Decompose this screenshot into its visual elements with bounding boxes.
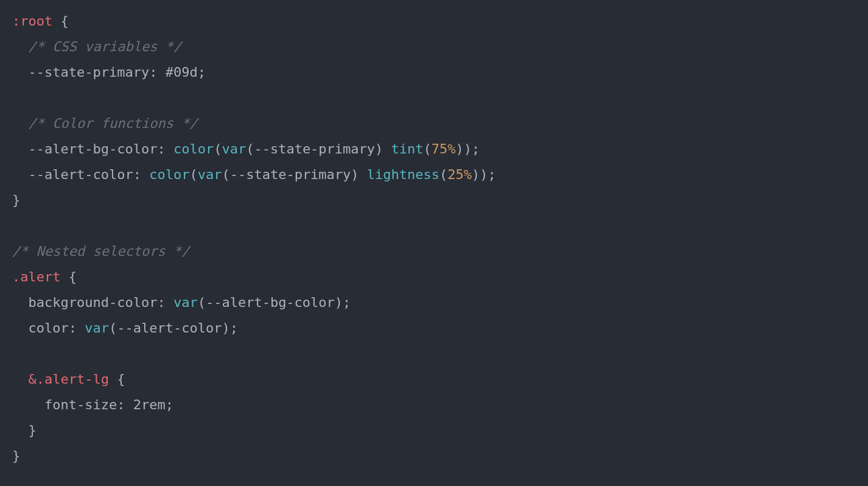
token-space <box>60 269 68 284</box>
token-number: 75% <box>432 141 456 157</box>
token-colon: : <box>157 141 173 157</box>
token-paren-close: ) <box>456 141 464 157</box>
token-variable-name: --alert-color <box>117 320 222 336</box>
token-indent <box>12 397 44 412</box>
token-indent <box>12 167 29 182</box>
token-indent <box>12 423 29 438</box>
token-paren-open: ( <box>109 320 117 336</box>
token-paren-open: ( <box>222 167 229 182</box>
token-selector: :root <box>12 13 52 29</box>
token-indent <box>12 116 29 131</box>
token-selector-dot: . <box>37 372 44 387</box>
token-function: color <box>149 167 189 182</box>
token-indent <box>12 372 29 387</box>
token-paren-close: ) <box>464 141 472 157</box>
token-colon: : <box>149 65 166 80</box>
token-paren-close: ) <box>375 141 383 157</box>
token-property: font-size <box>44 397 117 412</box>
token-brace-close: } <box>12 192 20 208</box>
token-comment: /* Color functions */ <box>29 116 198 131</box>
token-space <box>52 13 60 29</box>
token-function: color <box>173 141 214 157</box>
code-editor[interactable]: :root { /* CSS variables */ --state-prim… <box>0 0 868 481</box>
token-semicolon: ; <box>343 295 351 310</box>
token-comment: /* Nested selectors */ <box>12 244 189 259</box>
token-paren-close: ) <box>472 167 480 182</box>
token-brace-open: { <box>60 13 68 29</box>
token-comment: /* CSS variables */ <box>29 39 182 54</box>
token-function: var <box>85 320 109 336</box>
token-paren-close: ) <box>351 167 359 182</box>
token-property: --alert-color <box>29 167 133 182</box>
token-function: var <box>173 295 198 310</box>
token-paren-open: ( <box>214 141 222 157</box>
token-semicolon: ; <box>230 320 238 336</box>
token-semicolon: ; <box>472 141 480 157</box>
token-brace-close: } <box>29 423 37 438</box>
token-semicolon: ; <box>166 397 173 412</box>
token-paren-open: ( <box>439 167 447 182</box>
token-space <box>109 372 117 387</box>
token-ampersand: & <box>29 372 37 387</box>
token-colon: : <box>157 295 173 310</box>
token-number: 25% <box>447 167 472 182</box>
token-space <box>383 141 391 157</box>
token-value: 2rem <box>133 397 166 412</box>
token-property: --alert-bg-color <box>29 141 158 157</box>
token-indent <box>12 39 29 54</box>
token-value: #09d <box>166 65 198 80</box>
token-function: var <box>222 141 246 157</box>
token-selector: alert-lg <box>44 372 109 387</box>
token-variable-name: --state-primary <box>254 141 375 157</box>
token-indent <box>12 65 29 80</box>
token-brace-open: { <box>69 269 77 284</box>
token-indent <box>12 295 29 310</box>
token-property: --state-primary <box>29 65 150 80</box>
token-brace-close: } <box>12 448 20 463</box>
token-function: var <box>198 167 222 182</box>
token-selector: alert <box>20 269 60 284</box>
token-paren-close: ) <box>222 320 229 336</box>
token-brace-open: { <box>117 372 125 387</box>
token-function: tint <box>391 141 424 157</box>
token-colon: : <box>117 397 133 412</box>
token-paren-open: ( <box>198 295 206 310</box>
token-selector-dot: . <box>12 269 20 284</box>
token-semicolon: ; <box>198 65 206 80</box>
token-variable-name: --alert-bg-color <box>206 295 335 310</box>
token-paren-close: ) <box>335 295 343 310</box>
token-property: color <box>29 320 69 336</box>
token-semicolon: ; <box>488 167 496 182</box>
token-space <box>359 167 367 182</box>
token-colon: : <box>69 320 85 336</box>
token-function: lightness <box>367 167 439 182</box>
token-paren-open: ( <box>189 167 197 182</box>
token-indent <box>12 320 29 336</box>
token-paren-open: ( <box>424 141 432 157</box>
token-property: background-color <box>29 295 158 310</box>
token-indent <box>12 141 29 157</box>
token-paren-open: ( <box>246 141 254 157</box>
token-colon: : <box>133 167 150 182</box>
token-variable-name: --state-primary <box>230 167 351 182</box>
token-paren-close: ) <box>480 167 488 182</box>
